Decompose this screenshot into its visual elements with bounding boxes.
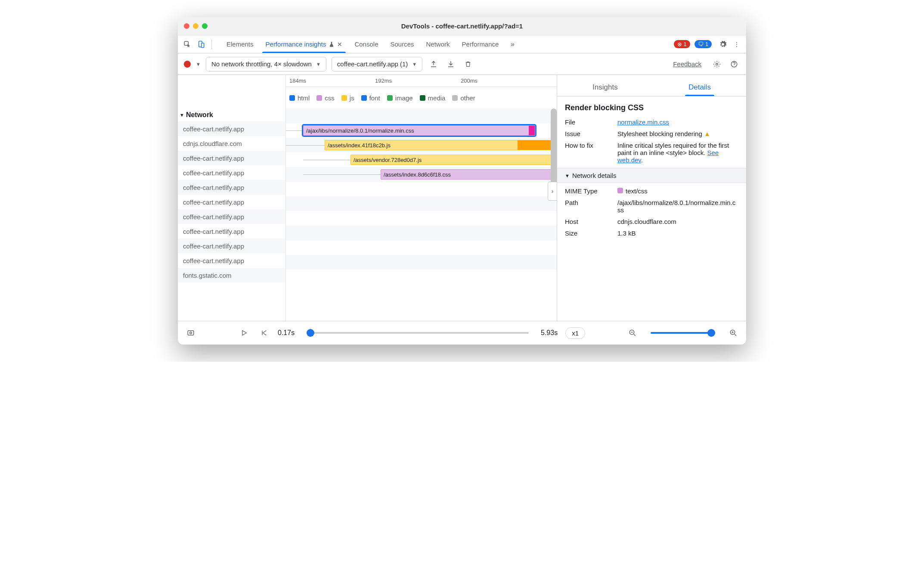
domain-row[interactable]: fonts.gstatic.com — [178, 268, 285, 282]
throttling-select[interactable]: No network throttling, 4× slowdown ▼ — [206, 57, 326, 71]
preview-icon[interactable] — [185, 327, 197, 339]
host-key: Host — [565, 218, 612, 225]
tab-performance[interactable]: Performance — [456, 35, 505, 53]
legend-font[interactable]: font — [361, 94, 380, 102]
request-bar-normalize-css[interactable]: /ajax/libs/normalize/8.0.1/normalize.min… — [303, 125, 535, 136]
window-close-button[interactable] — [184, 23, 189, 29]
legend-other[interactable]: other — [452, 94, 475, 102]
domain-row[interactable]: coffee-cart.netlify.app — [178, 151, 285, 165]
experiment-icon — [329, 41, 335, 47]
help-icon[interactable] — [728, 58, 740, 70]
network-details-header[interactable]: ▼ Network details — [557, 168, 746, 183]
tab-console-label: Console — [354, 40, 378, 48]
ruler-tick: 184ms — [289, 78, 306, 84]
file-key: File — [565, 118, 612, 126]
inspect-element-icon[interactable] — [181, 38, 193, 50]
close-icon[interactable]: ✕ — [337, 41, 342, 48]
kebab-menu-icon[interactable]: ⋮ — [731, 38, 743, 50]
domain-row[interactable]: coffee-cart.netlify.app — [178, 195, 285, 209]
warning-icon: ▲ — [704, 130, 710, 137]
tab-elements-label: Elements — [226, 40, 254, 48]
throttling-label: No network throttling, 4× slowdown — [211, 60, 312, 68]
request-bar-index-js[interactable]: /assets/index.41f18c2b.js — [325, 140, 557, 150]
import-icon[interactable] — [445, 58, 457, 70]
rewind-icon[interactable] — [258, 327, 270, 339]
download-tail — [529, 126, 535, 135]
network-section-header[interactable]: ▼ Network — [178, 109, 285, 121]
domain-row[interactable]: coffee-cart.netlify.app — [178, 165, 285, 180]
domain-list: coffee-cart.netlify.appcdnjs.cloudflare.… — [178, 121, 285, 321]
window-zoom-button[interactable] — [202, 23, 208, 29]
toggle-pane-chevron-icon[interactable]: › — [548, 182, 557, 201]
legend-css[interactable]: css — [316, 94, 335, 102]
size-key: Size — [565, 230, 612, 237]
device-toolbar-icon[interactable] — [195, 38, 207, 50]
titlebar: DevTools - coffee-cart.netlify.app/?ad=1 — [178, 17, 746, 35]
target-label: coffee-cart.netlify.app (1) — [337, 60, 408, 68]
request-bar-label: /assets/index.41f18c2b.js — [328, 142, 391, 149]
devtools-tabstrip: Elements Performance insights ✕ Console … — [178, 35, 746, 53]
main-content: ▼ Network coffee-cart.netlify.appcdnjs.c… — [178, 75, 746, 321]
tab-details[interactable]: Details — [685, 83, 714, 96]
insights-toolbar: ▼ No network throttling, 4× slowdown ▼ c… — [178, 53, 746, 75]
tab-performance-insights[interactable]: Performance insights ✕ — [260, 35, 349, 53]
record-menu-caret-icon[interactable]: ▼ — [196, 62, 201, 67]
svg-point-3 — [716, 63, 718, 65]
more-tabs-chevron-icon[interactable]: » — [506, 38, 518, 50]
domain-row[interactable]: cdnjs.cloudflare.com — [178, 136, 285, 151]
play-icon[interactable] — [238, 327, 250, 339]
time-ruler: 184ms 192ms 200ms — [285, 75, 557, 87]
settings-gear-icon[interactable] — [717, 38, 729, 50]
ruler-tick: 192ms — [375, 78, 392, 84]
zoom-slider[interactable] — [651, 332, 715, 334]
tab-sources[interactable]: Sources — [384, 35, 420, 53]
domain-row[interactable]: coffee-cart.netlify.app — [178, 224, 285, 239]
domain-row[interactable]: coffee-cart.netlify.app — [178, 209, 285, 224]
tab-elements[interactable]: Elements — [220, 35, 260, 53]
svg-rect-2 — [202, 43, 204, 48]
waterfall-tracks[interactable]: /ajax/libs/normalize/8.0.1/normalize.min… — [285, 109, 557, 321]
info-icon: 🗨 — [698, 41, 704, 47]
errors-badge[interactable]: ⊗ 1 — [674, 40, 690, 48]
domain-row[interactable]: coffee-cart.netlify.app — [178, 180, 285, 195]
request-bar-vendor-js[interactable]: /assets/vendor.728ed0d7.js — [350, 155, 557, 165]
target-select[interactable]: coffee-cart.netlify.app (1) ▼ — [332, 57, 422, 71]
vertical-scrollbar[interactable] — [551, 109, 557, 186]
mime-value: text/css — [617, 187, 738, 195]
network-section-title: Network — [186, 111, 213, 119]
domain-row[interactable]: coffee-cart.netlify.app — [178, 239, 285, 253]
record-button[interactable] — [184, 61, 191, 68]
host-value: cdnjs.cloudflare.com — [617, 218, 738, 225]
speed-pill[interactable]: x1 — [565, 327, 585, 339]
domain-row[interactable]: coffee-cart.netlify.app — [178, 121, 285, 136]
tab-network[interactable]: Network — [420, 35, 456, 53]
zoom-in-icon[interactable] — [727, 327, 739, 339]
legend-html[interactable]: html — [289, 94, 310, 102]
divider — [211, 40, 212, 49]
collapse-triangle-icon: ▼ — [180, 112, 184, 118]
request-bar-label: /assets/index.8d6c6f18.css — [384, 171, 451, 178]
file-link[interactable]: normalize.min.css — [617, 118, 669, 126]
zoom-out-icon[interactable] — [626, 327, 639, 339]
domain-row[interactable]: coffee-cart.netlify.app — [178, 253, 285, 268]
issues-badge[interactable]: 🗨 1 — [695, 40, 712, 48]
legend-js[interactable]: js — [341, 94, 354, 102]
issue-value: Stylesheet blocking rendering ▲ — [617, 130, 738, 137]
playback-bar: 0.17s 5.93s x1 — [178, 321, 746, 345]
tab-insights[interactable]: Insights — [589, 83, 621, 96]
feedback-link[interactable]: Feedback — [673, 60, 701, 68]
panel-settings-gear-icon[interactable] — [711, 58, 723, 70]
request-bar-index-css[interactable]: /assets/index.8d6c6f18.css — [381, 169, 557, 180]
export-icon[interactable] — [428, 58, 440, 70]
tab-console[interactable]: Console — [348, 35, 384, 53]
window-minimize-button[interactable] — [193, 23, 198, 29]
legend-media[interactable]: media — [420, 94, 446, 102]
timeline-area: 184ms 192ms 200ms html css js font image… — [285, 75, 557, 321]
legend-image[interactable]: image — [387, 94, 413, 102]
error-icon: ⊗ — [677, 41, 682, 47]
delete-icon[interactable] — [462, 58, 474, 70]
tab-network-label: Network — [426, 40, 450, 48]
time-start: 0.17s — [278, 329, 295, 337]
time-slider[interactable] — [307, 332, 529, 334]
tab-perf-insights-label: Performance insights — [266, 40, 326, 48]
